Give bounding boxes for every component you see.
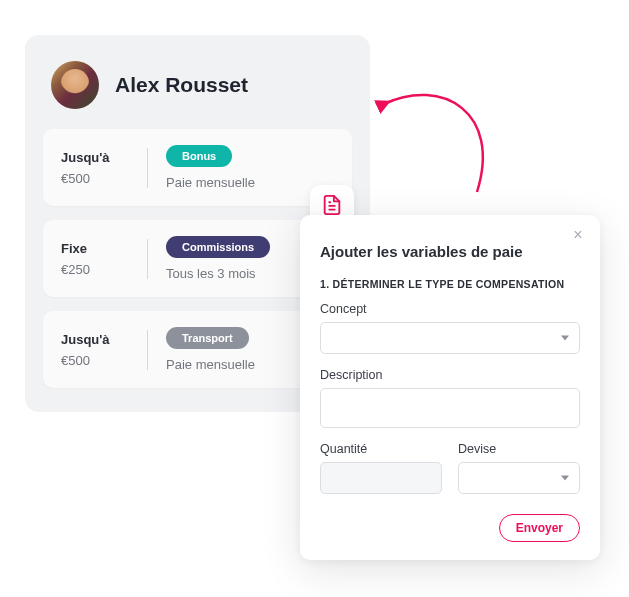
pay-item-frequency: Paie mensuelle [166, 175, 334, 190]
close-icon: × [573, 226, 582, 244]
modal-title: Ajouter les variables de paie [320, 243, 580, 260]
arrow-icon [372, 82, 522, 202]
profile-header: Alex Rousset [43, 55, 352, 129]
modal-section-heading: 1. DÉTERMINER LE TYPE DE COMPENSATION [320, 278, 580, 290]
quantity-currency-row: Quantité Devise [320, 442, 580, 494]
pay-item-tag: Transport [166, 327, 249, 349]
pay-item-tag: Commissions [166, 236, 270, 258]
divider [147, 330, 148, 370]
modal-footer: Envoyer [320, 514, 580, 542]
divider [147, 239, 148, 279]
pay-item-right: Bonus Paie mensuelle [166, 145, 334, 190]
quantity-field-group: Quantité [320, 442, 442, 494]
description-field-group: Description [320, 368, 580, 428]
concept-select[interactable] [320, 322, 580, 354]
add-pay-variables-modal: × Ajouter les variables de paie 1. DÉTER… [300, 215, 600, 560]
divider [147, 148, 148, 188]
pay-item-left: Jusqu'à €500 [61, 332, 139, 368]
pay-item[interactable]: Jusqu'à €500 Bonus Paie mensuelle [43, 129, 352, 206]
currency-select[interactable] [458, 462, 580, 494]
pay-item-amount: €500 [61, 171, 139, 186]
description-label: Description [320, 368, 580, 382]
close-button[interactable]: × [568, 225, 588, 245]
concept-field-group: Concept [320, 302, 580, 354]
submit-button[interactable]: Envoyer [499, 514, 580, 542]
pay-item-label: Jusqu'à [61, 332, 139, 347]
pay-item-left: Jusqu'à €500 [61, 150, 139, 186]
description-textarea[interactable] [320, 388, 580, 428]
pay-item-label: Fixe [61, 241, 139, 256]
pay-item-tag: Bonus [166, 145, 232, 167]
profile-name: Alex Rousset [115, 73, 248, 97]
currency-label: Devise [458, 442, 580, 456]
pay-item-amount: €250 [61, 262, 139, 277]
currency-field-group: Devise [458, 442, 580, 494]
pay-item-amount: €500 [61, 353, 139, 368]
quantity-label: Quantité [320, 442, 442, 456]
concept-label: Concept [320, 302, 580, 316]
quantity-input[interactable] [320, 462, 442, 494]
avatar [51, 61, 99, 109]
pay-item-left: Fixe €250 [61, 241, 139, 277]
pay-item-label: Jusqu'à [61, 150, 139, 165]
